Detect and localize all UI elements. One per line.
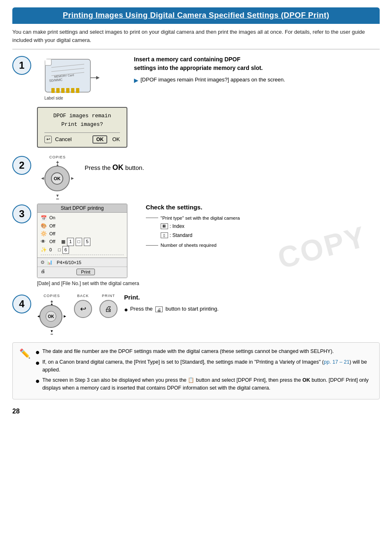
bullet-dot-1: ● xyxy=(35,348,40,356)
copies-label-4: COPIES xyxy=(44,294,60,298)
lcd-ok-button[interactable]: OK xyxy=(92,135,107,144)
ok-label-4: OK xyxy=(48,314,54,319)
legend-print-type: "Print type" set with the digital camera xyxy=(146,216,380,220)
sharp-icon: 🔆 xyxy=(41,230,47,238)
intro-paragraph: You can make print settings and select i… xyxy=(12,29,365,43)
svg-rect-8 xyxy=(61,88,65,93)
sticker-label: 0 xyxy=(49,246,52,254)
step-1-row: 1 SD/MMC MEMORY Card xyxy=(12,55,380,148)
number-badges: ▦ 1 □ 5 xyxy=(61,238,90,246)
lcd-line1: DPOF images remain xyxy=(53,113,111,119)
step-4-row: 4 COPIES + ▲ ◄ ► OK xyxy=(12,294,380,335)
legend-standard-row: ▯ : Standard xyxy=(161,231,380,239)
memory-card-svg: SD/MMC MEMORY Card xyxy=(37,55,101,102)
step-4-instructions: Print. ● Press the 🖨 button to start pri… xyxy=(124,294,380,315)
size-label: P4×6/10×15 xyxy=(57,260,81,265)
step-1-content: SD/MMC MEMORY Card xyxy=(37,55,380,148)
settings-row-date: 📅 On xyxy=(41,214,124,222)
note-2-link[interactable]: pp. 17 – 21 xyxy=(324,359,350,365)
minus-icon: − xyxy=(56,196,59,202)
lcd-ok-label: OK xyxy=(96,137,104,142)
step4-bullet-text: Press the 🖨 button to start printing. xyxy=(130,305,219,313)
step4-press-text: Press the xyxy=(130,306,153,312)
notes-section: ✏️ ● The date and file number are the DP… xyxy=(12,342,380,399)
ok-word: OK xyxy=(113,163,124,172)
step1-bullet: ▶ [DPOF images remain Print images?] app… xyxy=(134,76,380,85)
settings-title: Start DPOF printing xyxy=(37,204,127,213)
grid-icon-badge: ▦ xyxy=(61,238,65,246)
step4-button-desc: button to start printing. xyxy=(166,306,219,312)
num-badge-4: 6 xyxy=(62,246,69,254)
note-1-text: The date and file number are the DPOF se… xyxy=(42,348,334,355)
legend-container: "Print type" set with the digital camera… xyxy=(146,216,380,248)
settings-divider xyxy=(41,255,124,255)
step-1-instructions: Insert a memory card containing DPOF set… xyxy=(134,55,380,85)
lcd-buttons: ↩ Cancel OK OK xyxy=(44,132,120,144)
legend-standard-label: : Standard xyxy=(170,231,192,239)
note-1: ● The date and file number are the DPOF … xyxy=(35,348,373,356)
step-3-content: Start DPOF printing 📅 On 🎨 Off xyxy=(37,204,380,287)
step-1-number: 1 xyxy=(12,56,31,75)
step-4-content: COPIES + ▲ ◄ ► OK ▼ − xyxy=(37,294,380,335)
dpad-outer-ring: OK xyxy=(44,166,70,191)
vivid-icon: 🎨 xyxy=(41,222,47,230)
svg-rect-6 xyxy=(51,88,55,93)
notes-list: ● The date and file number are the DPOF … xyxy=(35,348,373,394)
dpad-ring-4: OK xyxy=(39,305,62,328)
dpad-4: + ▲ ◄ ► OK ▼ − xyxy=(37,300,67,335)
svg-rect-9 xyxy=(66,88,69,93)
settings-row-sharp: 🔆 Off xyxy=(41,230,124,238)
print-btn[interactable]: Print xyxy=(76,269,95,275)
intro-text: You can make print settings and select i… xyxy=(12,23,380,49)
lcd-ok-text: OK xyxy=(112,136,120,142)
standard-icon-box: ▯ xyxy=(161,232,168,238)
bullet-dot-2: ● xyxy=(35,359,40,367)
arrow-icon: ▶ xyxy=(134,76,138,85)
ok-center-4[interactable]: OK xyxy=(46,311,56,322)
legend-index-label: : Index xyxy=(170,222,184,230)
step1-title-line1: Insert a memory card containing DPOF xyxy=(134,56,240,63)
print-icon: 🖨 xyxy=(41,269,45,275)
lcd-screen: DPOF images remain Print images? ↩ Cance… xyxy=(37,107,127,148)
settings-bottom-row: ⊙ 📊 P4×6/10×15 xyxy=(37,258,127,267)
date-label: On xyxy=(49,214,55,222)
step-1-illustration: SD/MMC MEMORY Card xyxy=(37,55,127,148)
back-button-container: BACK ↩ xyxy=(74,294,92,318)
num-badge-1: 1 xyxy=(67,238,74,246)
bullet-icon: ● xyxy=(124,305,128,315)
step-3-instructions: Check the settings. "Print type" set wit… xyxy=(146,204,380,250)
print-btn-row: 🖨 Print xyxy=(37,267,127,278)
step1-title-line2: settings into the appropriate memory car… xyxy=(134,65,263,71)
minus-4: − xyxy=(51,332,53,337)
lcd-back-icon: ↩ xyxy=(44,136,52,143)
step-2-illustration: COPIES + ▲ ◄ ► OK xyxy=(37,155,78,196)
legend-sheets-text: Number of sheets required xyxy=(161,243,217,248)
step-2-number: 2 xyxy=(12,156,31,175)
button-word: button. xyxy=(125,164,144,171)
pencil-icon: ✏️ xyxy=(19,348,30,359)
legend-index-row: ▦ : Index xyxy=(161,222,380,230)
page-number: 28 xyxy=(12,408,380,415)
divider xyxy=(12,49,380,49)
step4-print-title: Print. xyxy=(124,294,380,301)
lcd-line2: Print images? xyxy=(61,121,103,128)
redeye-label: Off xyxy=(49,238,55,246)
step-3-illustration: Start DPOF printing 📅 On 🎨 Off xyxy=(37,204,139,287)
ok-center-button[interactable]: OK xyxy=(51,172,63,185)
svg-rect-11 xyxy=(76,88,79,93)
step-3-number: 3 xyxy=(12,204,31,223)
vivid-label: Off xyxy=(49,223,55,230)
print-button-container: PRINT 🖨 xyxy=(99,294,118,318)
press-ok-instruction: Press the xyxy=(85,164,111,171)
back-button[interactable]: ↩ xyxy=(74,300,92,318)
legend-sheets: Number of sheets required xyxy=(146,243,380,248)
sharp-label: Off xyxy=(49,230,55,238)
legend-dash-1 xyxy=(146,218,158,218)
sticker-badge: □ 6 xyxy=(58,246,69,254)
legend-dash-2 xyxy=(146,245,158,246)
print-button[interactable]: 🖨 xyxy=(99,300,118,318)
copies-label: COPIES xyxy=(49,155,66,159)
right-arrow: ► xyxy=(70,176,75,181)
sticker-icon: ✨ xyxy=(41,246,47,254)
timer-icon: ⊙ xyxy=(41,260,44,265)
